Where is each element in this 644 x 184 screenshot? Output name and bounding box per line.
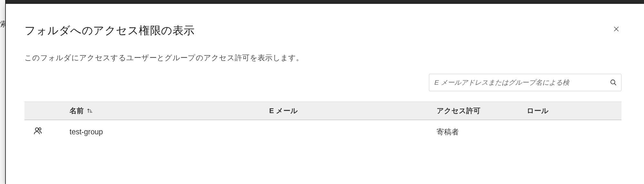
row-permission-cell: 寄稿者 — [437, 127, 527, 137]
sort-ascending-icon — [87, 108, 93, 114]
group-icon — [33, 129, 43, 137]
table-header-row: 名前 E メール アクセス許可 ロール — [24, 102, 621, 120]
close-button[interactable] — [611, 24, 621, 35]
permissions-table: 名前 E メール アクセス許可 ロール test-group 寄稿者 — [24, 102, 621, 143]
column-header-name[interactable]: 名前 — [70, 106, 269, 116]
dialog-header: フォルダへのアクセス権限の表示 — [24, 23, 621, 38]
row-type-icon-cell — [24, 126, 70, 137]
search-row — [24, 74, 621, 91]
dialog-title: フォルダへのアクセス権限の表示 — [24, 23, 195, 38]
dialog-description: このフォルダにアクセスするユーザーとグループのアクセス許可を表示します。 — [24, 53, 621, 63]
search-input[interactable] — [429, 74, 621, 91]
column-header-email[interactable]: E メール — [269, 106, 437, 116]
column-header-role[interactable]: ロール — [527, 106, 621, 116]
close-icon — [613, 25, 620, 34]
backdrop-partial-text: 索 — [0, 0, 5, 184]
column-header-name-label: 名前 — [70, 106, 84, 116]
search-box — [429, 74, 621, 91]
svg-point-8 — [39, 128, 41, 130]
folder-access-dialog: フォルダへのアクセス権限の表示 このフォルダにアクセスするユーザーとグループのア… — [6, 4, 644, 184]
row-name-cell: test-group — [70, 128, 269, 136]
svg-point-7 — [35, 128, 38, 131]
table-row[interactable]: test-group 寄稿者 — [24, 120, 621, 143]
column-header-permission[interactable]: アクセス許可 — [437, 106, 527, 116]
